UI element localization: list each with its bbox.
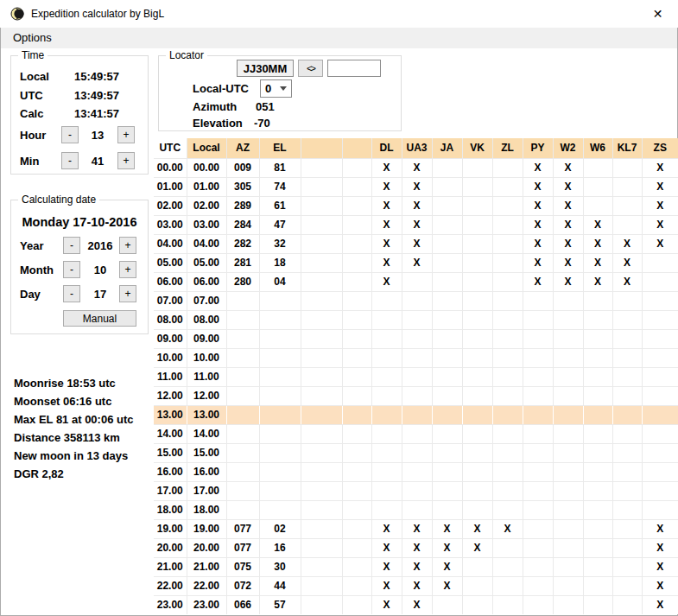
table-cell: 289: [226, 196, 259, 215]
table-row: 18.0018.00: [154, 500, 678, 519]
table-cell: 00.00: [154, 158, 187, 177]
table-cell: [342, 310, 371, 329]
table-row: 00.0000.0000981XXXXX: [154, 158, 678, 177]
table-cell: [612, 481, 642, 500]
table-cell: [301, 177, 342, 196]
table-cell: [462, 500, 492, 519]
table-cell: [226, 405, 259, 424]
menu-item-options[interactable]: Options: [8, 28, 57, 48]
hour-value: 13: [80, 129, 115, 142]
table-row: 03.0003.0028447XXXXXX: [154, 215, 678, 234]
table-cell: [371, 348, 402, 367]
table-cell: 07.00: [154, 291, 187, 310]
close-button[interactable]: ✕: [638, 1, 677, 27]
column-header: ZS: [642, 138, 678, 158]
date-groupbox: Calculating date Monday 17-10-2016 Year …: [10, 200, 149, 334]
manual-button[interactable]: Manual: [63, 310, 136, 327]
table-cell: 18.00: [154, 500, 187, 519]
table-cell: [226, 367, 259, 386]
column-header: JA: [432, 138, 462, 158]
month-plus-button[interactable]: +: [119, 261, 136, 278]
table-cell: 06.00: [187, 272, 226, 291]
table-cell: X: [642, 538, 678, 557]
table-cell: [642, 405, 678, 424]
hour-plus-button[interactable]: +: [117, 126, 135, 143]
min-label: Min: [20, 155, 39, 168]
table-cell: [259, 424, 301, 443]
min-minus-button[interactable]: -: [61, 152, 79, 169]
table-cell: [371, 291, 402, 310]
table-cell: [462, 215, 492, 234]
table-cell: X: [462, 538, 492, 557]
table-cell: [402, 386, 432, 405]
table-cell: X: [642, 576, 678, 595]
table-row: 15.0015.00: [154, 443, 678, 462]
table-cell: [523, 595, 553, 614]
table-row: 01.0001.0030574XXXXX: [154, 177, 678, 196]
table-cell: [462, 405, 492, 424]
hour-minus-button[interactable]: -: [61, 126, 79, 143]
year-value: 2016: [82, 239, 118, 252]
table-cell: X: [642, 158, 678, 177]
table-cell: X: [553, 158, 583, 177]
table-cell: [523, 557, 553, 576]
table-cell: 02.00: [187, 196, 226, 215]
min-value: 41: [80, 155, 115, 168]
table-cell: X: [583, 234, 612, 253]
table-cell: [583, 424, 612, 443]
year-minus-button[interactable]: -: [63, 237, 80, 254]
local-time-value: 15:49:57: [74, 70, 119, 83]
table-cell: [583, 196, 612, 215]
table-cell: 16.00: [187, 462, 226, 481]
table-cell: [523, 576, 553, 595]
table-cell: [612, 196, 642, 215]
column-header: [301, 138, 342, 158]
day-plus-button[interactable]: +: [119, 285, 136, 302]
swap-locator-button[interactable]: <>: [298, 60, 323, 77]
table-cell: X: [371, 215, 402, 234]
table-cell: [492, 538, 523, 557]
local-utc-select[interactable]: 0: [260, 79, 292, 98]
grid-locator-input[interactable]: [237, 60, 294, 77]
column-header: ZL: [492, 138, 523, 158]
min-plus-button[interactable]: +: [117, 152, 135, 169]
table-cell: [583, 595, 612, 614]
table-cell: [259, 500, 301, 519]
table-cell: [301, 538, 342, 557]
secondary-locator-input[interactable]: [327, 60, 381, 77]
table-cell: [492, 215, 523, 234]
table-cell: X: [642, 196, 678, 215]
table-header-row: UTCLocalAZELDLUA3JAVKZLPYW2W6KL7ZS: [154, 138, 678, 158]
table-cell: [402, 500, 432, 519]
table-cell: X: [523, 158, 553, 177]
table-cell: 00.00: [187, 158, 226, 177]
table-cell: 16: [259, 538, 301, 557]
table-cell: [432, 348, 462, 367]
table-cell: X: [371, 272, 402, 291]
table-row: 22.0022.0007244XXXX: [154, 576, 678, 595]
utc-time-label: UTC: [20, 89, 43, 102]
table-cell: X: [553, 196, 583, 215]
table-cell: [612, 405, 642, 424]
table-cell: X: [642, 177, 678, 196]
year-plus-button[interactable]: +: [119, 237, 136, 254]
table-cell: [612, 348, 642, 367]
table-cell: [523, 519, 553, 538]
table-cell: [583, 310, 612, 329]
table-cell: X: [553, 234, 583, 253]
table-cell: 03.00: [187, 215, 226, 234]
column-header: DL: [371, 138, 402, 158]
table-cell: [432, 443, 462, 462]
table-cell: [612, 310, 642, 329]
calc-time-label: Calc: [20, 107, 43, 120]
table-cell: 075: [226, 557, 259, 576]
table-cell: [462, 386, 492, 405]
table-cell: [462, 462, 492, 481]
day-minus-button[interactable]: -: [63, 285, 80, 302]
table-cell: [432, 424, 462, 443]
table-cell: X: [492, 519, 523, 538]
table-cell: 81: [259, 158, 301, 177]
table-cell: [259, 329, 301, 348]
table-cell: X: [371, 177, 402, 196]
month-minus-button[interactable]: -: [63, 261, 80, 278]
